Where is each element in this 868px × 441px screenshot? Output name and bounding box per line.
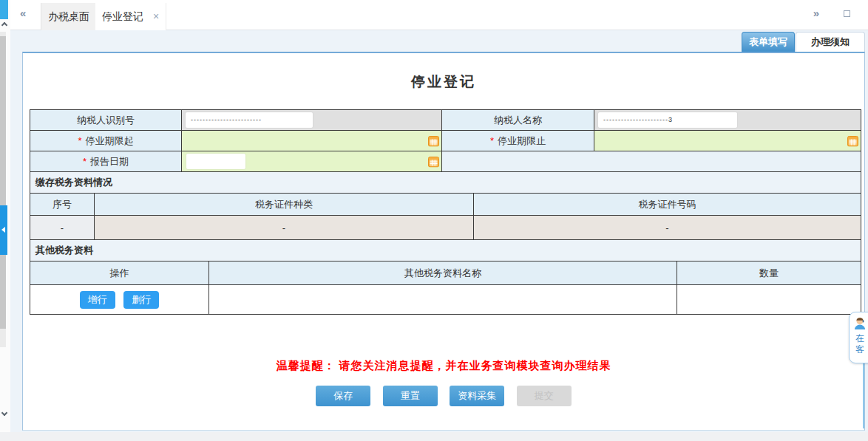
other-section-title: 其他税务资料 bbox=[30, 240, 861, 261]
table-row: 其他税务资料 bbox=[30, 240, 861, 261]
right-scroll-line bbox=[863, 363, 864, 428]
reset-button[interactable]: 重置 bbox=[383, 386, 438, 406]
app-window: « 办税桌面 停业登记 × » 表单填写 办理须知 停业登记 纳税人识别号 --… bbox=[0, 0, 868, 441]
suspend-end-label: *停业期限止 bbox=[442, 131, 594, 151]
cert-type-cell: - bbox=[95, 216, 474, 240]
tab-form-fill[interactable]: 表单填写 bbox=[742, 32, 795, 52]
taxpayer-name-label: 纳税人名称 bbox=[442, 110, 594, 131]
col-header-material-name: 其他税务资料名称 bbox=[209, 261, 677, 285]
delete-row-button[interactable]: 删行 bbox=[123, 291, 159, 309]
tab-tax-desktop[interactable]: 办税桌面 bbox=[41, 3, 97, 30]
tab-label: 停业登记 bbox=[102, 10, 143, 22]
tabs-collapse-icon[interactable]: « bbox=[20, 7, 26, 19]
taxpayer-id-value: ------------------------ bbox=[186, 112, 313, 128]
tab-suspension-registration[interactable]: 停业登记 × bbox=[95, 3, 166, 30]
collapse-left-icon bbox=[1, 227, 5, 233]
table-row: *停业期限起 *停业期限止 bbox=[30, 131, 861, 151]
table-row: 缴存税务资料情况 bbox=[30, 172, 861, 194]
suspend-end-date-field[interactable] bbox=[594, 131, 861, 151]
row-action-cell: 增行 删行 bbox=[30, 285, 209, 315]
table-row: 增行 删行 bbox=[30, 285, 861, 315]
scroll-down-icon[interactable] bbox=[1, 410, 7, 416]
taxpayer-name-cell: ----------------------3 bbox=[594, 110, 861, 131]
bottom-strip bbox=[0, 432, 868, 441]
add-row-button[interactable]: 增行 bbox=[80, 291, 115, 309]
left-sidebar-rail bbox=[0, 0, 10, 441]
table-row: - - - bbox=[30, 216, 861, 240]
suspend-start-date-field[interactable] bbox=[182, 131, 442, 151]
online-service-widget[interactable]: 在 客 bbox=[849, 312, 868, 363]
cert-section-title: 缴存税务资料情况 bbox=[30, 172, 861, 194]
app-tabbar: « 办税桌面 停业登记 × » bbox=[10, 0, 868, 30]
left-scrollbar-track[interactable] bbox=[0, 32, 6, 347]
tab-label: 办税桌面 bbox=[48, 10, 89, 22]
taxpayer-id-cell: ------------------------ bbox=[182, 110, 442, 131]
sidebar-collapse-handle[interactable] bbox=[0, 205, 7, 255]
table-row: 纳税人识别号 ------------------------ 纳税人名称 --… bbox=[30, 110, 861, 131]
col-header-cert-number: 税务证件号码 bbox=[474, 194, 861, 216]
table-row: 操作 其他税务资料名称 数量 bbox=[30, 261, 861, 285]
tabs-expand-icon[interactable]: » bbox=[813, 7, 819, 19]
service-label-char: 在 bbox=[855, 333, 864, 344]
table-row: 序号 税务证件种类 税务证件号码 bbox=[30, 194, 861, 216]
taxpayer-id-label: 纳税人识别号 bbox=[30, 110, 182, 131]
left-scrollbar-thumb[interactable] bbox=[0, 36, 6, 329]
calendar-icon[interactable] bbox=[428, 156, 439, 167]
other-material-table: 其他税务资料 操作 其他税务资料名称 数量 增行 删行 bbox=[30, 239, 861, 315]
taxpayer-name-value: ----------------------3 bbox=[598, 112, 737, 128]
save-button[interactable]: 保存 bbox=[316, 386, 370, 406]
required-mark: * bbox=[490, 135, 494, 146]
calendar-icon[interactable] bbox=[847, 135, 858, 146]
suspend-start-label: *停业期限起 bbox=[30, 131, 182, 151]
report-date-field[interactable] bbox=[182, 151, 442, 172]
scroll-up-icon[interactable] bbox=[1, 22, 7, 28]
required-mark: * bbox=[78, 135, 81, 146]
service-label-char: 客 bbox=[855, 344, 864, 355]
report-date-label: *报告日期 bbox=[30, 151, 182, 172]
page-title: 停业登记 bbox=[23, 72, 864, 90]
empty-filler-cell bbox=[442, 151, 861, 172]
col-header-action: 操作 bbox=[30, 261, 209, 285]
calendar-icon[interactable] bbox=[428, 135, 439, 146]
sidebar-accent-bar bbox=[0, 0, 8, 19]
window-restore-icon[interactable] bbox=[844, 10, 850, 17]
close-tab-icon[interactable]: × bbox=[153, 10, 159, 22]
required-mark: * bbox=[83, 156, 87, 167]
form-panel: 停业登记 纳税人识别号 ------------------------ 纳税人… bbox=[22, 52, 865, 431]
quantity-cell[interactable] bbox=[677, 285, 861, 315]
cert-table: 缴存税务资料情况 序号 税务证件种类 税务证件号码 - - - bbox=[30, 171, 861, 240]
col-header-cert-type: 税务证件种类 bbox=[95, 194, 474, 216]
table-row: *报告日期 bbox=[30, 151, 861, 172]
submit-button[interactable]: 提交 bbox=[517, 386, 572, 406]
col-header-seq: 序号 bbox=[30, 194, 95, 216]
col-header-quantity: 数量 bbox=[677, 261, 861, 285]
material-name-cell[interactable] bbox=[209, 285, 677, 315]
tab-handling-notice[interactable]: 办理须知 bbox=[796, 32, 865, 52]
action-button-bar: 保存 重置 资料采集 提交 bbox=[23, 386, 864, 406]
cert-seq-cell: - bbox=[30, 216, 95, 240]
collect-button[interactable]: 资料采集 bbox=[450, 386, 504, 406]
report-date-value bbox=[186, 154, 245, 169]
view-tabs: 表单填写 办理须知 bbox=[742, 32, 865, 52]
customer-service-avatar-icon bbox=[852, 315, 867, 333]
warning-text: 温馨提醒： 请您关注消息提醒，并在业务查询模块查询办理结果 bbox=[23, 359, 864, 373]
cert-number-cell: - bbox=[474, 216, 861, 240]
basic-info-table: 纳税人识别号 ------------------------ 纳税人名称 --… bbox=[30, 109, 861, 172]
